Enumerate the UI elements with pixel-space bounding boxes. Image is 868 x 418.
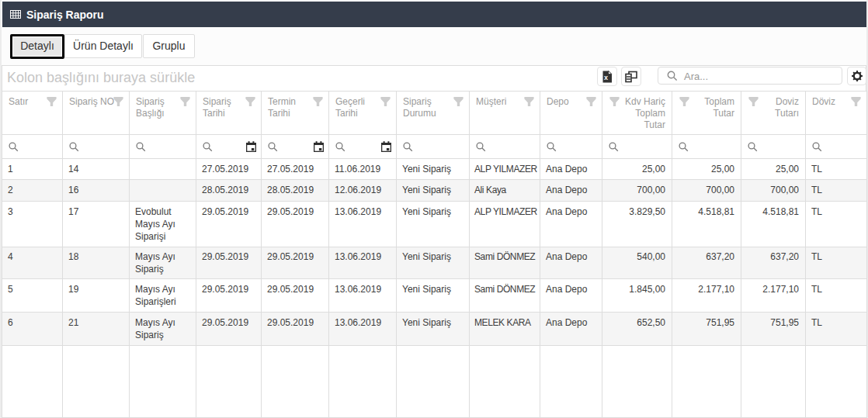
svg-text:x: x — [604, 74, 608, 81]
